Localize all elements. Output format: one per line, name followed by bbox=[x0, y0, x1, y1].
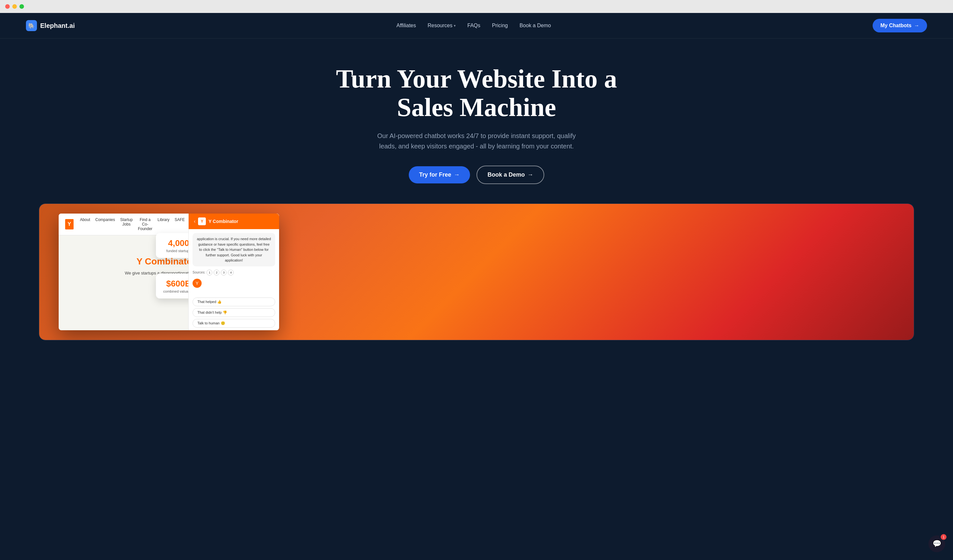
nav-affiliates[interactable]: Affiliates bbox=[396, 23, 416, 28]
chat-widget-button[interactable]: 💬 1 bbox=[928, 535, 945, 552]
yc-website-mockup: Y About Companies Startup Jobs Find a Co… bbox=[59, 214, 279, 330]
yc-nav-library: Library bbox=[158, 217, 169, 231]
mac-maximize-btn[interactable] bbox=[19, 4, 24, 9]
that-helped-button[interactable]: That helped 👍 bbox=[192, 298, 275, 306]
arrow-icon: → bbox=[914, 23, 919, 28]
try-for-free-button[interactable]: Try for Free → bbox=[409, 166, 470, 183]
chatbot-yc-icon: Y bbox=[198, 217, 206, 225]
chatbot-overlay: ‹ Y Y Combinator application is crucial.… bbox=[188, 214, 279, 330]
user-avatar: Y bbox=[192, 279, 202, 288]
navbar: 🐘 Elephant.ai Affiliates Resources ▾ FAQ… bbox=[0, 13, 953, 39]
arrow-icon: → bbox=[528, 171, 533, 178]
my-chatbots-button[interactable]: My Chatbots → bbox=[872, 19, 927, 33]
yc-logo: Y bbox=[65, 219, 74, 230]
mac-minimize-btn[interactable] bbox=[12, 4, 17, 9]
chatbot-message: application is crucial. If you need more… bbox=[192, 233, 275, 267]
chatbot-back-icon[interactable]: ‹ bbox=[194, 219, 196, 224]
logo-icon: 🐘 bbox=[26, 20, 37, 31]
chevron-down-icon: ▾ bbox=[454, 24, 456, 28]
mac-chrome bbox=[0, 0, 953, 13]
hero-buttons: Try for Free → Book a Demo → bbox=[13, 166, 940, 184]
that-didnt-help-button[interactable]: That didn't help 👎 bbox=[192, 308, 275, 317]
arrow-icon: → bbox=[454, 171, 459, 178]
chat-icon: 💬 bbox=[933, 540, 941, 548]
yc-nav-companies: Companies bbox=[95, 217, 115, 231]
svg-text:🐘: 🐘 bbox=[28, 23, 35, 29]
user-message-row: Y bbox=[192, 279, 275, 288]
book-a-demo-button[interactable]: Book a Demo → bbox=[476, 166, 544, 184]
nav-faqs[interactable]: FAQs bbox=[467, 23, 480, 28]
chat-badge: 1 bbox=[941, 534, 947, 540]
nav-book-demo[interactable]: Book a Demo bbox=[520, 23, 551, 28]
hero-section: Turn Your Website Into a Sales Machine O… bbox=[0, 39, 953, 360]
chat-widget: 💬 1 bbox=[928, 535, 945, 552]
chatbot-actions: That helped 👍 That didn't help 👎 Talk to… bbox=[189, 295, 279, 330]
source-4[interactable]: 4 bbox=[228, 270, 234, 276]
nav-resources[interactable]: Resources ▾ bbox=[428, 23, 455, 28]
chatbot-body: application is crucial. If you need more… bbox=[189, 229, 279, 295]
chatbot-sources: Sources: 1 2 3 4 bbox=[192, 270, 275, 276]
chatbot-header: ‹ Y Y Combinator bbox=[189, 214, 279, 229]
demo-container: Y About Companies Startup Jobs Find a Co… bbox=[39, 203, 914, 340]
mac-close-btn[interactable] bbox=[5, 4, 10, 9]
nav-pricing[interactable]: Pricing bbox=[492, 23, 508, 28]
demo-inner: Y About Companies Startup Jobs Find a Co… bbox=[39, 204, 914, 340]
nav-links: Affiliates Resources ▾ FAQs Pricing Book… bbox=[396, 23, 551, 28]
hero-subtitle: Our AI-powered chatbot works 24/7 to pro… bbox=[376, 130, 577, 151]
chatbot-title: Y Combinator bbox=[208, 219, 238, 224]
nav-logo[interactable]: 🐘 Elephant.ai bbox=[26, 20, 75, 31]
source-1[interactable]: 1 bbox=[206, 270, 212, 276]
yc-nav-safe: SAFE bbox=[175, 217, 185, 231]
hero-title: Turn Your Website Into a Sales Machine bbox=[331, 65, 622, 121]
yc-nav-about: About bbox=[80, 217, 90, 231]
yc-nav-startup-jobs: Startup Jobs bbox=[120, 217, 133, 231]
source-2[interactable]: 2 bbox=[214, 270, 219, 276]
yc-nav-cofound: Find a Co-Founder bbox=[138, 217, 152, 231]
talk-to-human-button[interactable]: Talk to human 🙂 bbox=[192, 319, 275, 327]
source-3[interactable]: 3 bbox=[221, 270, 227, 276]
logo-text: Elephant.ai bbox=[40, 22, 75, 29]
